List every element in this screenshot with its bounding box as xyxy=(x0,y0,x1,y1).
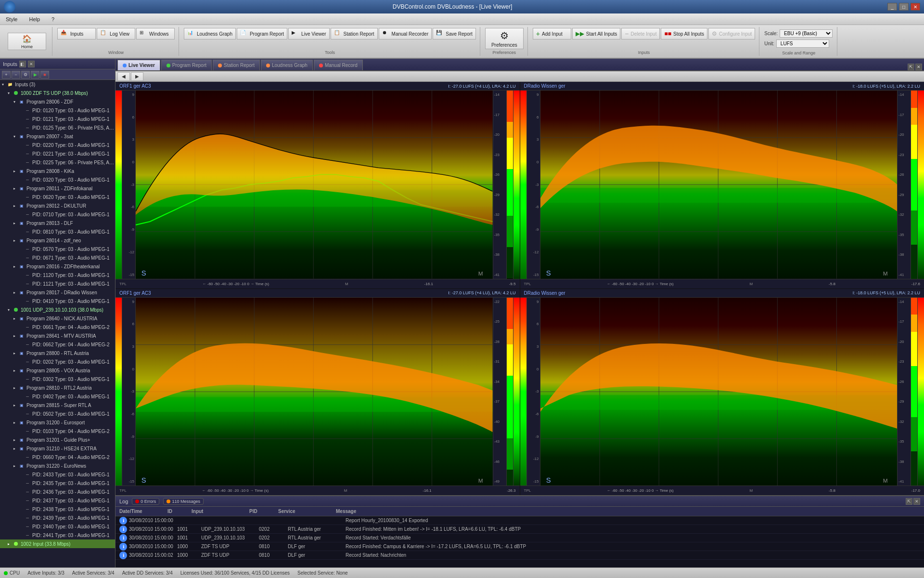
log-expand-button[interactable]: ⇱ xyxy=(906,498,912,505)
tree-expand-icon[interactable]: ▸ xyxy=(13,351,18,355)
tree-expand-icon[interactable]: ▾ xyxy=(2,82,7,87)
tree-item[interactable]: ▸▣Program 31210 - HSE24 EXTRA xyxy=(0,444,115,453)
tree-item[interactable]: ─PID: 0220 Type: 03 - Audio MPEG-1 xyxy=(0,141,115,149)
save-report-button[interactable]: 💾 Save Report xyxy=(433,28,476,39)
tree-item[interactable]: ─PID: 0125 Type: 06 - Private PES, Audio… xyxy=(0,123,115,132)
station-report-button[interactable]: 📋 Station Report xyxy=(331,28,378,39)
tab-program-report[interactable]: Program Report xyxy=(161,60,212,70)
tree-item[interactable]: ▸▣Program 31200 - Eurosport xyxy=(0,418,115,427)
tree-item[interactable]: ─PID: 2437 Type: 03 - Audio MPEG-1 xyxy=(0,496,115,505)
maximize-button[interactable]: □ xyxy=(899,3,909,11)
tree-item[interactable]: ─PID: 2436 Type: 03 - Audio MPEG-1 xyxy=(0,487,115,496)
sub-nav-right[interactable]: ▶ xyxy=(131,72,143,81)
tree-expand-icon[interactable]: ▸ xyxy=(13,447,18,451)
tree-item[interactable]: ─PID: 2435 Type: 03 - Audio MPEG-1 xyxy=(0,479,115,487)
add-input-button[interactable]: + Add Input xyxy=(533,28,571,39)
tree-item[interactable]: ▸▣Program 28800 - RTL Austria xyxy=(0,349,115,357)
tree-item[interactable]: ▸▣Program 31201 - Guide Plus+ xyxy=(0,435,115,444)
tree-item[interactable]: ▸▣Program 28641 - MTV AUSTRIA xyxy=(0,331,115,340)
menu-question[interactable]: ? xyxy=(48,15,58,23)
tab-close-button[interactable]: ✕ xyxy=(915,64,922,70)
tree-expand-icon[interactable]: ▸ xyxy=(13,186,18,191)
inputs-stop-button[interactable]: ■ xyxy=(40,71,49,79)
menu-help[interactable]: Help xyxy=(25,15,44,23)
unit-select[interactable]: LUFS LU xyxy=(776,39,829,48)
tree-expand-icon[interactable]: ▾ xyxy=(8,91,13,95)
tree-item[interactable]: ▸1002 Input (33.8 Mbps) xyxy=(0,539,115,548)
log-close-button[interactable]: ✕ xyxy=(913,498,920,505)
tree-item[interactable]: ─PID: 2440 Type: 03 - Audio MPEG-1 xyxy=(0,522,115,531)
log-row[interactable]: ℹ 30/08/2010 15:00:02 1000 ZDF TS UDP 08… xyxy=(116,551,924,560)
tab-expand-button[interactable]: ⇱ xyxy=(908,64,914,70)
tree-item[interactable]: ▸▣Program 28815 - Super RTL A xyxy=(0,401,115,409)
tree-item[interactable]: ─PID: 0410 Type: 03 - Audio MPEG-1 xyxy=(0,297,115,305)
tree-item[interactable]: ▾📁Inputs (3) xyxy=(0,80,115,89)
configure-input-button[interactable]: ⚙ Configure Input xyxy=(708,28,755,39)
log-row[interactable]: ℹ 30/08/2010 15:00:00 1001 UDP_239.10.10… xyxy=(116,534,924,542)
tree-item[interactable]: ─PID: 0402 Type: 03 - Audio MPEG-1 xyxy=(0,392,115,401)
tree-item[interactable]: ─PID: 0202 Type: 03 - Audio MPEG-1 xyxy=(0,357,115,366)
tree-item[interactable]: ─PID: 0620 Type: 03 - Audio MPEG-1 xyxy=(0,193,115,201)
tree-item[interactable]: ─PID: 0810 Type: 03 - Audio MPEG-1 xyxy=(0,227,115,236)
tree-item[interactable]: ▸▣Program 28013 - DLF xyxy=(0,219,115,227)
stop-all-button[interactable]: ■■ Stop All Inputs xyxy=(661,28,707,39)
tree-item[interactable]: ─PID: 0302 Type: 03 - Audio MPEG-1 xyxy=(0,375,115,383)
log-row[interactable]: ℹ 30/08/2010 15:00:00 1000 ZDF TS UDP 08… xyxy=(116,542,924,551)
tree-item[interactable]: ─PID: 0103 Type: 04 - Audio MPEG-2 xyxy=(0,427,115,435)
tree-expand-icon[interactable]: ▾ xyxy=(13,100,18,104)
windows-button[interactable]: ⊞ Windows xyxy=(136,28,175,39)
inputs-start-button[interactable]: ▶ xyxy=(31,71,39,79)
delete-input-button[interactable]: − Delete Input xyxy=(621,28,660,39)
tab-loudness-graph[interactable]: Loudness Graph xyxy=(261,60,313,70)
log-row[interactable]: ℹ 30/08/2010 15:00:00 Report Hourly_2010… xyxy=(116,516,924,525)
tree-expand-icon[interactable]: ▸ xyxy=(13,368,18,373)
tree-item[interactable]: ▸▣Program 28016 - ZDFtheaterkanal xyxy=(0,262,115,271)
minimize-button[interactable]: _ xyxy=(887,3,897,11)
tree-expand-icon[interactable]: ▾ xyxy=(13,134,18,139)
log-rows[interactable]: ℹ 30/08/2010 15:00:00 Report Hourly_2010… xyxy=(116,516,924,567)
tree-item[interactable]: ─PID: 2433 Type: 03 - Audio MPEG-1 xyxy=(0,470,115,479)
inputs-config-button[interactable]: ⚙ xyxy=(21,71,30,79)
tree-expand-icon[interactable]: ▸ xyxy=(13,334,18,338)
inputs-new-button[interactable]: + xyxy=(2,71,11,79)
tree-expand-icon[interactable]: ▸ xyxy=(13,438,18,442)
tab-manual-record[interactable]: Manual Record xyxy=(314,60,363,70)
tree-item[interactable]: ▸▣Program 28805 - VOX Austria xyxy=(0,366,115,375)
tree-item[interactable]: ▾1000 ZDF TS UDP (38.0 Mbps) xyxy=(0,89,115,97)
loudness-graph-button[interactable]: 📊 Loudness Graph xyxy=(184,28,236,39)
tree-item[interactable]: ─PID: 0502 Type: 03 - Audio MPEG-1 xyxy=(0,409,115,418)
tree-item[interactable]: ▸▣Program 31220 - EuroNews xyxy=(0,461,115,470)
inputs-button[interactable]: 📥 Inputs xyxy=(57,28,96,39)
tree-item[interactable]: ─PID: 2441 Type: 03 - Audio MPEG-1 xyxy=(0,531,115,539)
tree-item[interactable]: ▸▣Program 28810 - RTL2 Austria xyxy=(0,383,115,392)
tree-container[interactable]: ▾📁Inputs (3) ▾1000 ZDF TS UDP (38.0 Mbps… xyxy=(0,80,115,567)
close-button[interactable]: ✕ xyxy=(911,3,920,11)
log-row[interactable]: ℹ 30/08/2010 15:00:00 1001 UDP_239.10.10… xyxy=(116,525,924,534)
tree-item[interactable]: ▾1001 UDP_239.10.10.103 (38.0 Mbps) xyxy=(0,305,115,314)
live-viewer-button[interactable]: ▶ Live Viewer xyxy=(288,28,330,39)
tab-station-report[interactable]: Station Report xyxy=(213,60,260,70)
tree-item[interactable]: ─PID: 0660 Type: 04 - Audio MPEG-2 xyxy=(0,453,115,461)
tree-expand-icon[interactable]: ▸ xyxy=(13,238,18,243)
tree-item[interactable]: ─PID: 0320 Type: 03 - Audio MPEG-1 xyxy=(0,175,115,184)
tree-item[interactable]: ▸▣Program 28640 - NICK AUSTRIA xyxy=(0,314,115,323)
tree-item[interactable]: ─PID: 2438 Type: 03 - Audio MPEG-1 xyxy=(0,505,115,513)
panel-pin-button[interactable]: ◧ xyxy=(19,61,26,67)
tree-item[interactable]: ─PID: 1121 Type: 03 - Audio MPEG-1 xyxy=(0,279,115,288)
tree-item[interactable]: ▸▣Program 28012 - DKULTUR xyxy=(0,201,115,210)
tree-item[interactable]: ─PID: 0661 Type: 04 - Audio MPEG-2 xyxy=(0,323,115,331)
tree-expand-icon[interactable]: ▸ xyxy=(8,542,13,546)
tab-live-viewer[interactable]: Live Viewer xyxy=(117,60,160,70)
inputs-delete-button[interactable]: − xyxy=(12,71,20,79)
tree-item[interactable]: ▸▣Program 28008 - KiKa xyxy=(0,167,115,175)
log-view-button[interactable]: 📋 Log View xyxy=(97,28,135,39)
tree-item[interactable]: ▸▣Program 28011 - ZDFinfokanal xyxy=(0,184,115,193)
tree-item[interactable]: ─PID: 0121 Type: 03 - Audio MPEG-1 xyxy=(0,115,115,123)
panel-close-button[interactable]: ✕ xyxy=(28,61,35,67)
tree-item[interactable]: ─PID: 0225 Type: 06 - Private PES, Audio… xyxy=(0,158,115,167)
menu-style[interactable]: Style xyxy=(2,15,21,23)
tree-item[interactable]: ▾▣Program 28007 - 3sat xyxy=(0,132,115,141)
tree-item[interactable]: ─PID: 1120 Type: 03 - Audio MPEG-1 xyxy=(0,271,115,279)
tree-expand-icon[interactable]: ▸ xyxy=(13,403,18,407)
tree-expand-icon[interactable]: ▸ xyxy=(13,221,18,225)
